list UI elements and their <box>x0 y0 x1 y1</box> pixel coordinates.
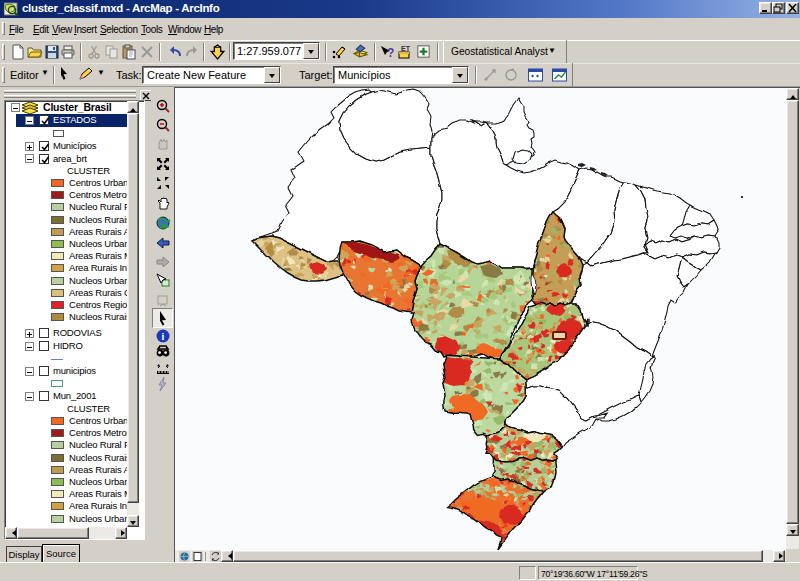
svg-text:ET: ET <box>401 45 411 52</box>
svg-text:i: i <box>161 331 164 342</box>
svg-text:?: ? <box>387 46 394 60</box>
